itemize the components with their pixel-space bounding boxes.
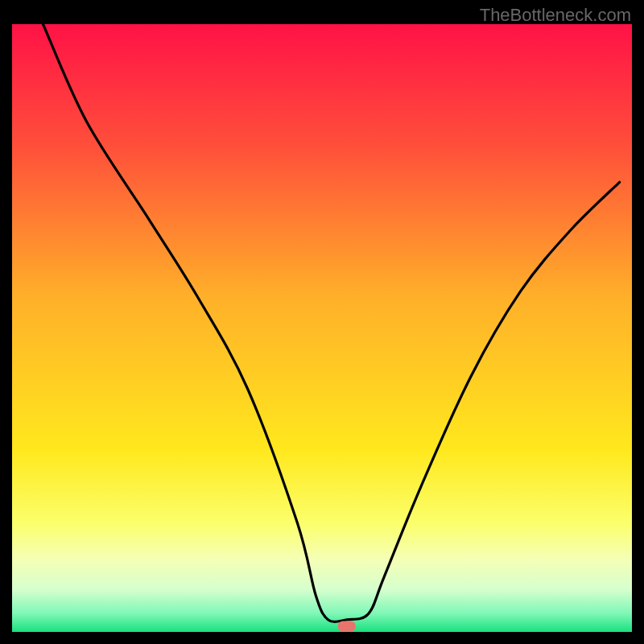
chart-background [12,24,632,632]
watermark-text: TheBottleneck.com [480,5,631,26]
bottleneck-chart [12,24,632,632]
chart-frame [12,24,632,632]
optimal-marker [338,621,356,631]
